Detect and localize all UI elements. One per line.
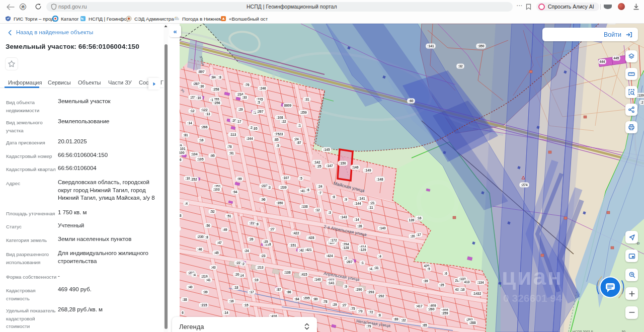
svg-text::266: :266 bbox=[201, 125, 207, 129]
svg-text::422: :422 bbox=[292, 231, 299, 235]
svg-text::24: :24 bbox=[244, 249, 249, 253]
svg-text::20: :20 bbox=[234, 273, 239, 276]
svg-text::147: :147 bbox=[326, 164, 333, 168]
svg-text::1: :1 bbox=[298, 124, 301, 127]
svg-text::16: :16 bbox=[417, 216, 422, 220]
svg-text::428: :428 bbox=[307, 236, 314, 239]
svg-text::8: :8 bbox=[205, 235, 208, 239]
svg-text::4: :4 bbox=[378, 255, 381, 258]
svg-text::258: :258 bbox=[212, 88, 219, 91]
svg-text::292: :292 bbox=[377, 294, 384, 298]
svg-text::47: :47 bbox=[217, 241, 222, 244]
svg-text::78: :78 bbox=[323, 300, 328, 303]
svg-text::244: :244 bbox=[246, 137, 253, 140]
svg-text::141: :141 bbox=[328, 281, 334, 285]
svg-text::10: :10 bbox=[185, 177, 190, 180]
svg-text::21: :21 bbox=[370, 201, 375, 205]
svg-text::16: :16 bbox=[199, 138, 204, 142]
svg-text::33: :33 bbox=[242, 96, 247, 99]
svg-text::30: :30 bbox=[199, 85, 204, 88]
svg-text::45: :45 bbox=[214, 251, 219, 255]
svg-text::73: :73 bbox=[358, 309, 363, 313]
svg-text::140: :140 bbox=[379, 226, 385, 230]
svg-text::7: :7 bbox=[318, 191, 321, 195]
svg-text::49: :49 bbox=[222, 228, 227, 231]
svg-text::5: :5 bbox=[427, 267, 430, 271]
svg-text::16: :16 bbox=[460, 288, 465, 291]
svg-text::105: :105 bbox=[197, 157, 203, 161]
svg-text::141: :141 bbox=[358, 197, 365, 200]
svg-text::9: :9 bbox=[344, 285, 347, 288]
svg-text::29: :29 bbox=[332, 303, 337, 306]
svg-text::85: :85 bbox=[274, 138, 279, 141]
svg-text::4: :4 bbox=[193, 273, 196, 277]
svg-text::12: :12 bbox=[190, 109, 195, 113]
svg-text::87: :87 bbox=[276, 288, 281, 291]
svg-text::267: :267 bbox=[346, 260, 352, 264]
svg-text::38: :38 bbox=[182, 298, 187, 301]
svg-text::25: :25 bbox=[316, 164, 321, 168]
svg-text::172: :172 bbox=[330, 238, 337, 242]
svg-text:444: 444 bbox=[600, 60, 605, 63]
svg-text::1432: :1432 bbox=[473, 292, 481, 295]
svg-text::32: :32 bbox=[458, 64, 463, 68]
svg-text::14: :14 bbox=[187, 121, 192, 125]
svg-text::31: :31 bbox=[304, 98, 309, 101]
svg-text::65: :65 bbox=[422, 323, 427, 327]
svg-text::6: :6 bbox=[306, 188, 309, 192]
svg-text::26: :26 bbox=[357, 224, 362, 228]
svg-text::24: :24 bbox=[317, 185, 323, 188]
svg-text:циан: циан bbox=[502, 264, 563, 290]
svg-text::113: :113 bbox=[230, 133, 236, 136]
svg-text::75: :75 bbox=[350, 307, 355, 310]
svg-text:8609: 8609 bbox=[284, 104, 292, 107]
svg-text::145: :145 bbox=[323, 148, 330, 151]
svg-text::142: :142 bbox=[313, 160, 320, 164]
svg-text::295: :295 bbox=[303, 296, 309, 300]
svg-text::52: :52 bbox=[210, 210, 215, 213]
svg-text::122: :122 bbox=[201, 108, 207, 112]
svg-text::107: :107 bbox=[282, 176, 289, 180]
svg-text::260: :260 bbox=[428, 307, 434, 311]
svg-text::415: :415 bbox=[300, 273, 307, 276]
svg-text::101: :101 bbox=[179, 147, 185, 150]
svg-text::424: :424 bbox=[326, 254, 333, 258]
svg-text::3: :3 bbox=[268, 186, 271, 189]
svg-text::78: :78 bbox=[227, 145, 232, 148]
svg-text::14: :14 bbox=[223, 311, 228, 314]
svg-text::43: :43 bbox=[211, 266, 216, 269]
svg-text::86: :86 bbox=[286, 290, 291, 294]
svg-text::96: :96 bbox=[261, 198, 266, 201]
svg-text::239: :239 bbox=[280, 186, 286, 189]
svg-text::129: :129 bbox=[359, 248, 366, 252]
svg-text::8: :8 bbox=[378, 313, 381, 317]
svg-text::293: :293 bbox=[367, 290, 374, 294]
svg-text::25: :25 bbox=[439, 283, 444, 287]
svg-text::141: :141 bbox=[427, 44, 434, 48]
svg-text::95: :95 bbox=[210, 154, 215, 157]
svg-text::3: :3 bbox=[328, 211, 331, 214]
svg-text::421: :421 bbox=[305, 248, 311, 252]
svg-text::15: :15 bbox=[244, 303, 249, 307]
svg-text::23: :23 bbox=[261, 254, 266, 258]
svg-text::94: :94 bbox=[232, 190, 237, 194]
svg-text::69: :69 bbox=[393, 317, 398, 321]
svg-text::84: :84 bbox=[211, 75, 216, 79]
svg-text::91: :91 bbox=[229, 151, 234, 155]
svg-text::104: :104 bbox=[191, 152, 197, 156]
svg-text::350: :350 bbox=[477, 44, 484, 48]
svg-text:НСПД 2002-Б: НСПД 2002-Б bbox=[573, 330, 593, 332]
svg-text::26: :26 bbox=[249, 237, 254, 241]
svg-text::72: :72 bbox=[368, 310, 373, 314]
svg-text::51: :51 bbox=[226, 214, 231, 218]
svg-text::22: :22 bbox=[401, 318, 406, 322]
svg-text::215: :215 bbox=[200, 303, 207, 307]
svg-text::81: :81 bbox=[183, 133, 188, 137]
svg-text::6: :6 bbox=[444, 272, 447, 275]
svg-text::128: :128 bbox=[342, 246, 349, 250]
svg-text::41: :41 bbox=[206, 278, 211, 282]
svg-text::2: :2 bbox=[640, 101, 643, 104]
svg-text::417: :417 bbox=[416, 304, 422, 308]
svg-text::259: :259 bbox=[300, 111, 306, 114]
svg-text::4: :4 bbox=[185, 202, 188, 205]
